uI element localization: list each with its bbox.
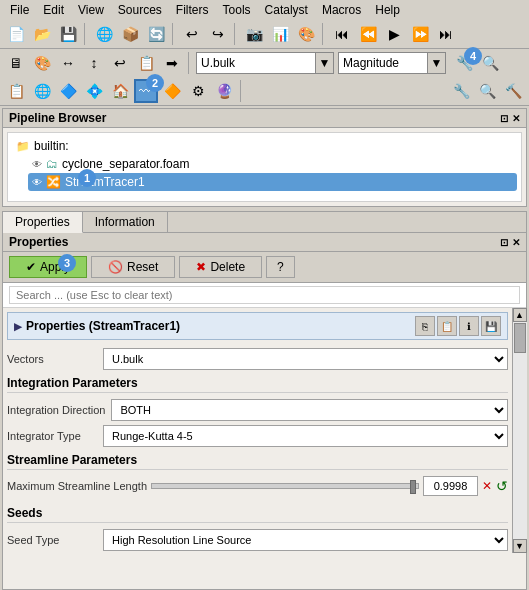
tb-redo[interactable]: ↪ xyxy=(206,22,230,46)
magnitude-input[interactable] xyxy=(338,52,428,74)
variable-combo[interactable]: ▼ xyxy=(196,52,334,74)
tb3-right3[interactable]: 🔨 xyxy=(501,79,525,103)
slider-clear-btn[interactable]: ✕ xyxy=(482,479,492,493)
menu-help[interactable]: Help xyxy=(369,2,406,18)
tree-builtin: 📁 builtin: xyxy=(12,137,517,155)
search-input[interactable] xyxy=(9,286,520,304)
delete-label: Delete xyxy=(210,260,245,274)
magnitude-combo[interactable]: ▼ xyxy=(338,52,446,74)
menu-catalyst[interactable]: Catalyst xyxy=(259,2,314,18)
properties-panel-title: Properties xyxy=(9,235,68,249)
tab-information[interactable]: Information xyxy=(83,212,168,232)
menu-view[interactable]: View xyxy=(72,2,110,18)
reset-button[interactable]: 🚫 Reset xyxy=(91,256,175,278)
menu-edit[interactable]: Edit xyxy=(37,2,70,18)
delete-button[interactable]: ✖ Delete xyxy=(179,256,262,278)
sec-info[interactable]: ℹ xyxy=(459,316,479,336)
tb-paint[interactable]: 🎨 xyxy=(294,22,318,46)
max-streamline-value[interactable] xyxy=(423,476,478,496)
seed-type-select[interactable]: High Resolution Line Source xyxy=(103,529,508,551)
sec-save[interactable]: 💾 xyxy=(481,316,501,336)
collapse-icon[interactable]: ▶ xyxy=(14,321,22,332)
toolbar3: 📋 🌐 🔷 💠 🏠 〰 2 🔶 ⚙ 🔮 🔧 🔍 🔨 xyxy=(0,77,529,106)
eye-stream[interactable]: 👁 xyxy=(32,177,42,188)
close-icon[interactable]: ✕ xyxy=(512,113,520,124)
tb-play[interactable]: ▶ xyxy=(382,22,406,46)
variable-arrow[interactable]: ▼ xyxy=(316,52,334,74)
float-icon[interactable]: ⊡ xyxy=(500,113,508,124)
scroll-down-btn[interactable]: ▼ xyxy=(513,539,527,553)
tb2-btn2[interactable]: 🎨 xyxy=(30,51,54,75)
streamline-slider-track[interactable] xyxy=(151,483,419,489)
sep6 xyxy=(240,80,244,102)
eye-cyclone[interactable]: 👁 xyxy=(32,159,42,170)
tab-properties[interactable]: Properties xyxy=(3,212,83,233)
tb-save[interactable]: 💾 xyxy=(56,22,80,46)
tb2-btn1[interactable]: 🖥 xyxy=(4,51,28,75)
tb2-btn7[interactable]: ➡ xyxy=(160,51,184,75)
vectors-select[interactable]: U.bulk xyxy=(103,348,508,370)
magnitude-arrow[interactable]: ▼ xyxy=(428,52,446,74)
tb3-btn2[interactable]: 🌐 xyxy=(30,79,54,103)
tb-undo[interactable]: ↩ xyxy=(180,22,204,46)
badge-1: 1 xyxy=(78,169,96,187)
tb3-btn9[interactable]: 🔮 xyxy=(212,79,236,103)
properties-close-icon[interactable]: ✕ xyxy=(512,237,520,248)
tb2-btn5[interactable]: ↩ xyxy=(108,51,132,75)
props-content-wrapper: ▶ Properties (StreamTracer1) ⎘ 📋 ℹ 💾 Vec… xyxy=(3,308,526,553)
variable-input[interactable] xyxy=(196,52,316,74)
menu-sources[interactable]: Sources xyxy=(112,2,168,18)
tree-streamtracer[interactable]: 👁 🔀 StreamTracer1 1 xyxy=(28,173,517,191)
tb-chart[interactable]: 📊 xyxy=(268,22,292,46)
slider-fill xyxy=(152,484,391,488)
scroll-track[interactable] xyxy=(513,322,527,539)
tb-play-last[interactable]: ⏭ xyxy=(434,22,458,46)
tb3-btn5[interactable]: 🏠 xyxy=(108,79,132,103)
menu-tools[interactable]: Tools xyxy=(217,2,257,18)
menu-file[interactable]: File xyxy=(4,2,35,18)
menu-filters[interactable]: Filters xyxy=(170,2,215,18)
tb-btn3[interactable]: 🔄 xyxy=(144,22,168,46)
main-area: Pipeline Browser ⊡ ✕ 📁 builtin: 👁 🗂 cycl… xyxy=(0,106,529,590)
tb3-btn3[interactable]: 🔷 xyxy=(56,79,80,103)
tb-play-first[interactable]: ⏮ xyxy=(330,22,354,46)
help-button[interactable]: ? xyxy=(266,256,295,278)
tb3-btn1[interactable]: 📋 xyxy=(4,79,28,103)
tb3-btn4[interactable]: 💠 xyxy=(82,79,106,103)
seed-type-row: Seed Type High Resolution Line Source xyxy=(7,527,508,553)
tree-cyclone[interactable]: 👁 🗂 cyclone_separator.foam xyxy=(28,155,517,173)
tb2-btn3[interactable]: ↔ xyxy=(56,51,80,75)
integrator-type-select[interactable]: Runge-Kutta 4-5 xyxy=(103,425,508,447)
slider-refresh-btn[interactable]: ↺ xyxy=(496,478,508,494)
properties-float-icon[interactable]: ⊡ xyxy=(500,237,508,248)
sep1 xyxy=(84,23,88,45)
tb-screenshot[interactable]: 📷 xyxy=(242,22,266,46)
tb-btn2[interactable]: 📦 xyxy=(118,22,142,46)
max-streamline-label: Maximum Streamline Length xyxy=(7,480,147,492)
tb3-right1[interactable]: 🔧 xyxy=(449,79,473,103)
tb3-btn8[interactable]: ⚙ xyxy=(186,79,210,103)
panel-header-controls[interactable]: ⊡ ✕ xyxy=(500,113,520,124)
badge-4: 4 xyxy=(464,47,482,65)
sec-copy[interactable]: ⎘ xyxy=(415,316,435,336)
scroll-thumb[interactable] xyxy=(514,323,526,353)
tb3-right2[interactable]: 🔍 xyxy=(475,79,499,103)
vertical-scrollbar[interactable]: ▲ ▼ xyxy=(512,308,526,553)
integration-params-title: Integration Parameters xyxy=(7,372,508,393)
tb2-btn4[interactable]: ↕ xyxy=(82,51,106,75)
sep3 xyxy=(234,23,238,45)
menu-macros[interactable]: Macros xyxy=(316,2,367,18)
tb-play-prev[interactable]: ⏪ xyxy=(356,22,380,46)
integrator-type-label: Integrator Type xyxy=(7,430,97,442)
tb-new[interactable]: 📄 xyxy=(4,22,28,46)
tb-play-next[interactable]: ⏩ xyxy=(408,22,432,46)
slider-thumb[interactable] xyxy=(410,480,416,494)
sep2 xyxy=(172,23,176,45)
tb2-btn6[interactable]: 📋 xyxy=(134,51,158,75)
tb-btn1[interactable]: 🌐 xyxy=(92,22,116,46)
tb-open[interactable]: 📂 xyxy=(30,22,54,46)
menubar: File Edit View Sources Filters Tools Cat… xyxy=(0,0,529,20)
sec-paste[interactable]: 📋 xyxy=(437,316,457,336)
scroll-up-btn[interactable]: ▲ xyxy=(513,308,527,322)
integration-direction-select[interactable]: BOTH xyxy=(111,399,508,421)
